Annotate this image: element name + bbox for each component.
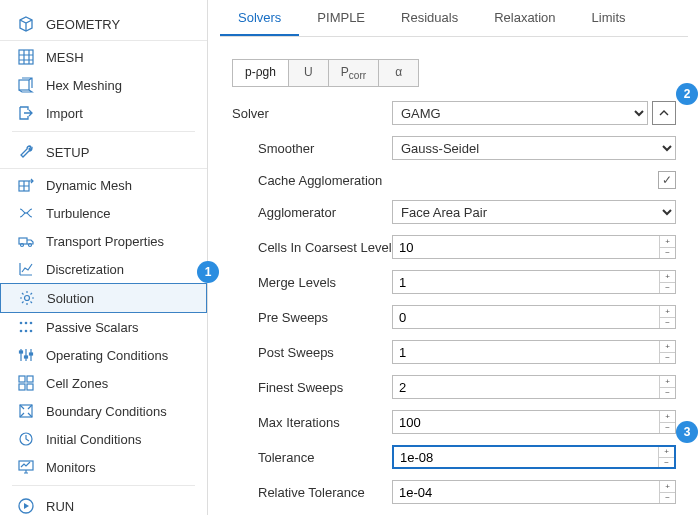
sidebar-item-label: Turbulence bbox=[46, 206, 111, 221]
merge-input[interactable] bbox=[393, 271, 659, 293]
sidebar-item-dynamic-mesh[interactable]: Dynamic Mesh bbox=[0, 171, 207, 199]
tab-residuals[interactable]: Residuals bbox=[383, 1, 476, 36]
sidebar-item-label: Initial Conditions bbox=[46, 432, 141, 447]
maxit-input[interactable] bbox=[393, 411, 659, 433]
sidebar-item-label: Operating Conditions bbox=[46, 348, 168, 363]
svg-rect-19 bbox=[27, 384, 33, 390]
svg-rect-17 bbox=[27, 376, 33, 382]
collapse-button[interactable] bbox=[652, 101, 676, 125]
sliders-icon bbox=[18, 347, 34, 363]
label-finest: Finest Sweeps bbox=[232, 380, 392, 395]
main-panel: Solvers PIMPLE Residuals Relaxation Limi… bbox=[208, 0, 700, 515]
boundary-icon bbox=[18, 403, 34, 419]
post-input[interactable] bbox=[393, 341, 659, 363]
section-geometry[interactable]: GEOMETRY bbox=[0, 8, 207, 41]
spin-up[interactable]: + bbox=[660, 236, 675, 248]
section-run[interactable]: RUN bbox=[0, 490, 207, 515]
sidebar-item-boundary-conditions[interactable]: Boundary Conditions bbox=[0, 397, 207, 425]
tabs-top: Solvers PIMPLE Residuals Relaxation Limi… bbox=[220, 0, 688, 37]
swirl-icon bbox=[18, 205, 34, 221]
spin-up[interactable]: + bbox=[660, 271, 675, 283]
label-merge: Merge Levels bbox=[232, 275, 392, 290]
svg-point-8 bbox=[25, 322, 28, 325]
sub-tab-subscript: corr bbox=[349, 70, 366, 81]
label-tol: Tolerance bbox=[232, 450, 392, 465]
sidebar-item-import[interactable]: Import bbox=[0, 99, 207, 127]
sidebar-item-label: Hex Meshing bbox=[46, 78, 122, 93]
svg-rect-15 bbox=[30, 353, 33, 355]
spin-down[interactable]: − bbox=[660, 318, 675, 329]
cells-input[interactable] bbox=[393, 236, 659, 258]
sidebar-item-label: Cell Zones bbox=[46, 376, 108, 391]
svg-rect-14 bbox=[25, 356, 28, 358]
spin-up[interactable]: + bbox=[660, 341, 675, 353]
sidebar-item-label: Passive Scalars bbox=[46, 320, 138, 335]
finest-input[interactable] bbox=[393, 376, 659, 398]
svg-rect-3 bbox=[19, 238, 27, 244]
label-agglom: Agglomerator bbox=[232, 205, 392, 220]
row-merge-levels: Merge Levels +− bbox=[232, 270, 676, 294]
grid-icon bbox=[18, 49, 34, 65]
cache-checkbox[interactable]: ✓ bbox=[658, 171, 676, 189]
spin-up[interactable]: + bbox=[660, 481, 675, 493]
sub-tab-pcorr[interactable]: Pcorr bbox=[329, 59, 379, 87]
spin-up[interactable]: + bbox=[659, 447, 674, 458]
sidebar-item-solution[interactable]: Solution bbox=[0, 283, 207, 313]
tab-pimple[interactable]: PIMPLE bbox=[299, 1, 383, 36]
reltol-input[interactable] bbox=[393, 481, 659, 503]
sidebar-item-hex-meshing[interactable]: Hex Meshing bbox=[0, 71, 207, 99]
sidebar-item-initial-conditions[interactable]: Initial Conditions bbox=[0, 425, 207, 453]
svg-point-11 bbox=[25, 330, 28, 333]
spin-up[interactable]: + bbox=[660, 306, 675, 318]
tab-limits[interactable]: Limits bbox=[574, 1, 644, 36]
row-solver: Solver GAMG bbox=[232, 101, 676, 125]
sidebar-item-cell-zones[interactable]: Cell Zones bbox=[0, 369, 207, 397]
sidebar-item-mesh[interactable]: MESH bbox=[0, 43, 207, 71]
divider bbox=[12, 131, 195, 132]
label-cache: Cache Agglomeration bbox=[232, 173, 392, 188]
spin-up[interactable]: + bbox=[660, 376, 675, 388]
sub-tab-p-rgh[interactable]: p-ρgh bbox=[232, 59, 289, 87]
spin-down[interactable]: − bbox=[660, 353, 675, 364]
sidebar-item-label: Dynamic Mesh bbox=[46, 178, 132, 193]
tab-relaxation[interactable]: Relaxation bbox=[476, 1, 573, 36]
callout-badge-3: 3 bbox=[676, 421, 698, 443]
smoother-select[interactable]: Gauss-Seidel bbox=[392, 136, 676, 160]
label-post: Post Sweeps bbox=[232, 345, 392, 360]
play-icon bbox=[18, 498, 34, 514]
spin-down[interactable]: − bbox=[660, 493, 675, 504]
row-tolerance: Tolerance +− bbox=[232, 445, 676, 469]
tab-solvers[interactable]: Solvers bbox=[220, 1, 299, 36]
sidebar-item-discretization[interactable]: Discretization bbox=[0, 255, 207, 283]
spin-down[interactable]: − bbox=[660, 283, 675, 294]
svg-rect-18 bbox=[19, 384, 25, 390]
sidebar-item-transport-properties[interactable]: Transport Properties bbox=[0, 227, 207, 255]
section-label: SETUP bbox=[46, 145, 89, 160]
flag-icon bbox=[18, 431, 34, 447]
spin-down[interactable]: − bbox=[660, 423, 675, 434]
spin-down[interactable]: − bbox=[660, 388, 675, 399]
svg-rect-0 bbox=[19, 50, 33, 64]
sub-tab-u[interactable]: U bbox=[289, 59, 329, 87]
spin-down[interactable]: − bbox=[660, 248, 675, 259]
agglomerator-select[interactable]: Face Area Pair bbox=[392, 200, 676, 224]
pre-input[interactable] bbox=[393, 306, 659, 328]
sidebar-item-operating-conditions[interactable]: Operating Conditions bbox=[0, 341, 207, 369]
sidebar-item-monitors[interactable]: Monitors bbox=[0, 453, 207, 481]
sidebar-item-turbulence[interactable]: Turbulence bbox=[0, 199, 207, 227]
solver-select[interactable]: GAMG bbox=[392, 101, 648, 125]
spin-down[interactable]: − bbox=[659, 458, 674, 468]
callout-badge-1: 1 bbox=[197, 261, 219, 283]
sidebar-item-passive-scalars[interactable]: Passive Scalars bbox=[0, 313, 207, 341]
svg-rect-16 bbox=[19, 376, 25, 382]
label-solver: Solver bbox=[232, 106, 392, 121]
spin-up[interactable]: + bbox=[660, 411, 675, 423]
section-setup[interactable]: SETUP bbox=[0, 136, 207, 169]
sub-tab-alpha[interactable]: α bbox=[379, 59, 419, 87]
hex-icon bbox=[18, 77, 34, 93]
section-label: GEOMETRY bbox=[46, 17, 120, 32]
tolerance-input[interactable] bbox=[394, 447, 658, 467]
row-relative-tolerance: Relative Tolerance +− bbox=[232, 480, 676, 504]
sidebar-item-label: Solution bbox=[47, 291, 94, 306]
truck-icon bbox=[18, 233, 34, 249]
